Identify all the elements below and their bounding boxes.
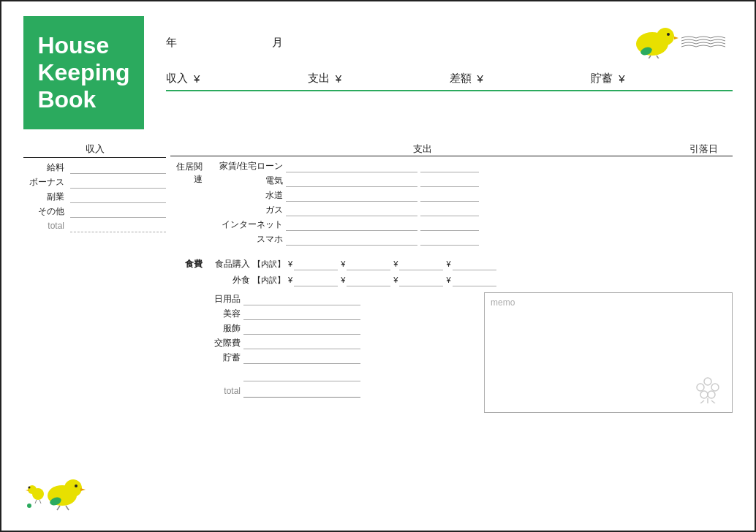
income-row-salary: 給料: [23, 161, 166, 174]
svg-point-21: [27, 503, 31, 508]
header-right: 年 月: [144, 16, 733, 91]
flower-svg: [689, 367, 726, 403]
personal-section: 日用品 美容 服飾 交際費: [170, 292, 477, 413]
bird-beak: [674, 37, 678, 39]
personal-row-beauty: 美容: [170, 307, 477, 320]
memo-label: memo: [491, 297, 515, 308]
personal-row-blank: [170, 368, 477, 381]
svg-point-9: [64, 479, 82, 497]
expense-header-row: 支出 引落日: [170, 142, 733, 156]
income-section: 収入 給料 ボーナス 副業 その他 total: [23, 142, 166, 413]
svg-line-6: [700, 400, 704, 403]
svg-marker-18: [26, 490, 29, 491]
housing-row-electricity: 電気: [205, 174, 733, 187]
housing-block: 住居関連 家賃/住宅ローン 電気 水道: [170, 159, 733, 247]
expense-section: 支出 引落日 住居関連 家賃/住宅ローン 電気: [166, 142, 733, 413]
year-month-label: 年 月: [166, 36, 289, 50]
bird-bottom-left: [22, 468, 95, 514]
summary-row: 収入 ¥ 支出 ¥ 差額 ¥ 貯蓄 ¥: [166, 72, 733, 91]
personal-row-clothing: 服飾: [170, 322, 477, 335]
food-row-eating-out: 外食 【内訳】 ¥ ¥ ¥ ¥: [170, 273, 733, 286]
food-section: 食費 食品購入 【内訳】 ¥ ¥ ¥ ¥ 外食 【内訳】: [170, 257, 733, 286]
header: House Keeping Book 年 月: [23, 16, 733, 129]
feather-line-2: [681, 39, 725, 41]
bird-svg: [586, 23, 733, 58]
title-box: House Keeping Book: [23, 16, 144, 129]
svg-point-3: [700, 391, 708, 398]
housing-row-internet: インターネット: [205, 218, 733, 231]
housing-rows: 家賃/住宅ローン 電気 水道 ガス: [205, 159, 733, 247]
bird-decoration-top: [586, 23, 733, 61]
svg-point-0: [704, 378, 711, 385]
memo-box: memo: [484, 292, 733, 413]
income-row-other: その他: [23, 205, 166, 218]
feather-line-1: [681, 37, 725, 38]
page: House Keeping Book 年 月: [0, 0, 756, 532]
svg-point-4: [708, 391, 715, 398]
expense-summary: 支出 ¥: [308, 72, 450, 86]
personal-row-social: 交際費: [170, 336, 477, 349]
personal-total-row: total: [170, 384, 477, 398]
housing-category: 住居関連: [170, 161, 205, 186]
svg-point-1: [697, 384, 704, 391]
income-row-total: total: [23, 219, 166, 232]
expense-header: 支出: [170, 142, 674, 156]
svg-line-14: [66, 506, 69, 510]
svg-line-7: [711, 400, 715, 403]
header-top-row: 年 月: [166, 23, 733, 61]
feather-line-4: [681, 45, 725, 47]
main-area: 収入 給料 ボーナス 副業 その他 total: [23, 142, 733, 413]
svg-point-2: [711, 384, 719, 391]
feather-line-3: [681, 42, 725, 44]
bird-head: [657, 28, 674, 45]
debit-header: 引落日: [674, 142, 733, 156]
svg-marker-11: [80, 488, 86, 491]
svg-line-13: [57, 506, 60, 510]
svg-point-17: [29, 487, 31, 489]
housing-row-gas: ガス: [205, 203, 733, 216]
income-row-side: 副業: [23, 190, 166, 203]
title-text: House Keeping Book: [37, 32, 129, 113]
housing-row-phone: スマホ: [205, 232, 733, 246]
personal-row-savings: 貯蓄: [170, 351, 477, 364]
housing-row-rent: 家賃/住宅ローン: [205, 159, 733, 172]
bird-foot-right: [657, 56, 659, 58]
flower-decoration: [689, 367, 726, 406]
bottom-area: 日用品 美容 服飾 交際費: [170, 292, 733, 413]
bird-eye: [667, 33, 670, 36]
housing-row-water: 水道: [205, 189, 733, 202]
personal-row-daily: 日用品: [170, 292, 477, 305]
svg-point-10: [75, 484, 78, 487]
food-row-groceries: 食費 食品購入 【内訳】 ¥ ¥ ¥ ¥: [170, 257, 733, 270]
income-summary: 収入 ¥: [166, 72, 308, 86]
svg-line-19: [35, 500, 37, 503]
svg-line-20: [39, 500, 41, 503]
diff-summary: 差額 ¥: [450, 72, 591, 86]
income-header: 収入: [23, 142, 166, 158]
bird-bottom-svg: [22, 468, 95, 512]
income-row-bonus: ボーナス: [23, 175, 166, 189]
savings-summary: 貯蓄 ¥: [591, 72, 733, 86]
bird-foot-left: [648, 56, 651, 58]
